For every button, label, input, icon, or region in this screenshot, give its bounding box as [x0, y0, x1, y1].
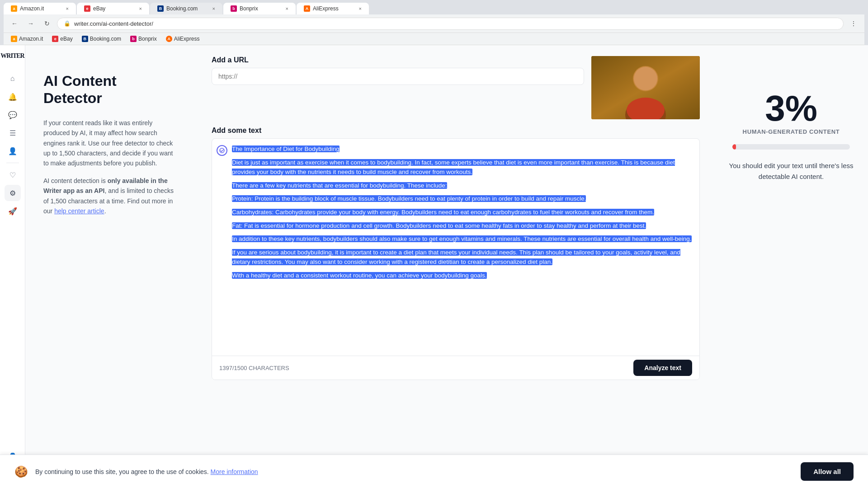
sidebar-item-deploy[interactable]: 🚀 — [5, 203, 21, 219]
browser-nav: ← → ↻ 🔒 writer.com/ai-content-detector/ … — [4, 14, 864, 33]
bookmark-booking[interactable]: B Booking.com — [78, 35, 125, 43]
tab-close-booking[interactable]: × — [212, 6, 215, 11]
tab-bonprix[interactable]: b Bonprix × — [223, 3, 296, 14]
bell-icon: 🔔 — [8, 93, 17, 101]
select-all-icon[interactable] — [217, 145, 227, 156]
highlighted-para-6: In addition to these key nutrients, body… — [232, 235, 692, 242]
video-player — [591, 56, 700, 119]
forward-button[interactable]: → — [24, 17, 37, 30]
bookmark-ebay[interactable]: e eBay — [48, 35, 76, 43]
logo-text: WRITER — [0, 52, 24, 59]
bookmark-label-aliexpress: AliExpress — [174, 36, 200, 42]
help-center-link[interactable]: help center article — [54, 207, 104, 215]
text-content-area[interactable]: The Importance of Diet for Bodybuilding … — [212, 139, 699, 356]
profile-icon: 👤 — [8, 147, 17, 155]
para-7: If you are serious about bodybuilding, i… — [232, 248, 692, 267]
tab-label-ebay: eBay — [93, 5, 105, 12]
lock-icon: 🔒 — [64, 20, 71, 27]
tab-amazonit[interactable]: a Amazon.it × — [4, 3, 76, 14]
highlighted-para-1: Diet is just as important as exercise wh… — [232, 159, 675, 176]
heart-icon: ♡ — [9, 171, 16, 179]
api-note: AI content detection is only available i… — [43, 176, 179, 216]
tab-ebay[interactable]: e eBay × — [77, 3, 149, 14]
home-icon: ⌂ — [10, 75, 15, 83]
center-panel: Add a URL — [197, 45, 714, 488]
chat-icon: 💬 — [8, 111, 17, 119]
tab-aliexpress[interactable]: A AliExpress × — [297, 3, 369, 14]
highlighted-para-3: Protein: Protein is the building block o… — [232, 195, 586, 202]
bookmark-bonprix[interactable]: b Bonprix — [127, 35, 160, 43]
percentage-display: 3% — [765, 90, 817, 127]
para-2: There are a few key nutrients that are e… — [232, 181, 692, 191]
highlighted-para-5: Fat: Fat is essential for hormone produc… — [232, 222, 646, 229]
progress-bar-container — [732, 144, 850, 150]
char-count-bar: 1397/1500 CHARACTERS Analyze text — [212, 356, 699, 380]
highlighted-para-4: Carbohydrates: Carbohydrates provide you… — [232, 209, 654, 216]
sidebar-item-home[interactable]: ⌂ — [5, 70, 21, 87]
url-input[interactable] — [212, 68, 584, 85]
bookmark-label-bonprix: Bonprix — [138, 36, 157, 42]
cookie-more-info-link[interactable]: More information — [211, 468, 258, 475]
allow-all-button[interactable]: Allow all — [801, 462, 854, 481]
video-row: Add a URL — [212, 56, 700, 119]
text-section-label: Add some text — [212, 127, 700, 135]
form-section: Add a URL — [212, 56, 584, 92]
para-8: With a healthy diet and a consistent wor… — [232, 271, 692, 281]
tab-close-amazonit[interactable]: × — [66, 6, 69, 11]
bookmark-label-amazonit: Amazon.it — [19, 36, 43, 42]
cookie-banner: 🍪 By continuing to use this site, you ag… — [0, 455, 868, 488]
browser-chrome: a Amazon.it × e eBay × B Booking.com × b… — [0, 0, 868, 45]
app-area: WRITER ⌂ 🔔 💬 ☰ 👤 ♡ ⚙ 🚀 👤 — [0, 45, 868, 488]
content-title: The Importance of Diet for Bodybuilding — [232, 144, 692, 154]
main-content: AI Content Detector If your content read… — [25, 45, 868, 488]
api-note-prefix: AI content detection is — [43, 177, 108, 184]
highlighted-para-2: There are a few key nutrients that are e… — [232, 182, 447, 189]
highlighted-para-8: With a healthy diet and a consistent wor… — [232, 272, 487, 279]
tab-label-amazonit: Amazon.it — [20, 5, 44, 12]
tab-booking[interactable]: B Booking.com × — [150, 3, 222, 14]
sidebar-item-profile[interactable]: 👤 — [5, 143, 21, 159]
video-inner — [591, 56, 700, 119]
cookie-icon: 🍪 — [14, 465, 28, 478]
browser-tabs: a Amazon.it × e eBay × B Booking.com × b… — [4, 3, 864, 14]
sidebar-item-chat[interactable]: 💬 — [5, 107, 21, 123]
sidebar-item-notifications[interactable]: 🔔 — [5, 89, 21, 105]
tab-label-bonprix: Bonprix — [240, 5, 258, 12]
sidebar-divider — [6, 163, 19, 163]
refresh-button[interactable]: ↻ — [41, 17, 53, 30]
svg-point-5 — [634, 67, 657, 90]
address-bar[interactable]: 🔒 writer.com/ai-content-detector/ — [57, 18, 844, 30]
bookmark-aliexpress[interactable]: A AliExpress — [162, 35, 203, 43]
sidebar-item-favorites[interactable]: ♡ — [5, 167, 21, 183]
textarea-wrapper: The Importance of Diet for Bodybuilding … — [212, 138, 700, 380]
bookmark-label-ebay: eBay — [60, 36, 72, 42]
extensions-button[interactable]: ⋮ — [847, 17, 860, 30]
tab-label-aliexpress: AliExpress — [313, 5, 339, 12]
left-panel: AI Content Detector If your content read… — [25, 45, 197, 488]
bookmark-amazonit[interactable]: a Amazon.it — [7, 35, 47, 43]
tab-label-booking: Booking.com — [166, 5, 198, 12]
bookmarks-bar: a Amazon.it e eBay B Booking.com b Bonpr… — [4, 33, 864, 45]
analyze-button[interactable]: Analyze text — [633, 360, 692, 376]
page-title: AI Content Detector — [43, 72, 179, 107]
url-section-label: Add a URL — [212, 56, 584, 64]
bookmark-label-booking: Booking.com — [90, 36, 121, 42]
tab-close-bonprix[interactable]: × — [286, 6, 288, 11]
para-5: Fat: Fat is essential for hormone produc… — [232, 221, 692, 231]
highlighted-title: The Importance of Diet for Bodybuilding — [232, 145, 340, 152]
menu-icon: ☰ — [9, 129, 16, 137]
page-description: If your content reads like it was entire… — [43, 118, 179, 169]
address-text: writer.com/ai-content-detector/ — [74, 20, 153, 27]
para-1: Diet is just as important as exercise wh… — [232, 158, 692, 177]
progress-bar-fill — [732, 144, 736, 150]
sidebar-item-settings[interactable]: ⚙ — [5, 185, 21, 201]
sidebar-item-menu[interactable]: ☰ — [5, 125, 21, 141]
tab-close-ebay[interactable]: × — [139, 6, 142, 11]
para-6: In addition to these key nutrients, body… — [232, 234, 692, 244]
para-3: Protein: Protein is the building block o… — [232, 194, 692, 204]
help-suffix: . — [104, 207, 106, 215]
gear-icon: ⚙ — [9, 189, 16, 197]
tab-close-aliexpress[interactable]: × — [359, 6, 362, 11]
app-logo[interactable]: WRITER — [0, 51, 26, 61]
back-button[interactable]: ← — [8, 17, 21, 30]
